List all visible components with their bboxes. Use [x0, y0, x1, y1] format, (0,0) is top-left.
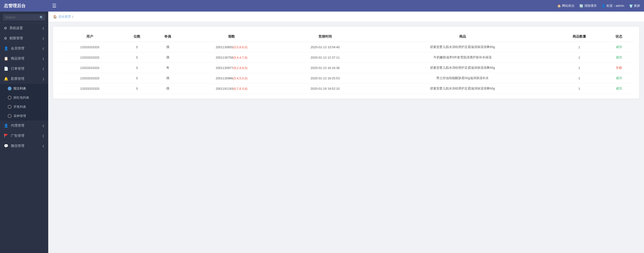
bet-table: 用户 位数 奇偶 期数 竞猜时间 商品 商品数量 状态 13333333333 … — [58, 32, 634, 94]
cell-digits: 5 — [122, 84, 152, 94]
sidebar-item-system[interactable]: ⚙ 系统设置 ❮ — [0, 23, 48, 33]
top-header: 总管理后台 ☰ 🏠 网站前台 🔄 清除缓存 👤 欢迎：admin 👕 换肤 — [0, 0, 644, 12]
cell-period: 2001130655(0,5,8,6,0) — [183, 42, 280, 52]
col-header-product: 商品 — [370, 32, 555, 42]
col-header-odd-even: 奇偶 — [152, 32, 183, 42]
inactive-dot-1 — [8, 96, 12, 100]
sidebar-item-wechat[interactable]: 💬 微信管理 ❮ — [0, 141, 48, 151]
sidebar-item-red-packet[interactable]: 拆红包列表 — [0, 93, 48, 102]
sidebar-item-orders[interactable]: 📄 订单管理 ❮ — [0, 64, 48, 74]
sidebar-item-draw-list[interactable]: 开奖列表 — [0, 102, 48, 112]
chevron-right-icon-6: ❮ — [42, 124, 44, 127]
cell-status: 成功 — [604, 52, 634, 63]
active-dot — [8, 86, 12, 90]
product-icon: 📋 — [4, 56, 8, 61]
cell-user: 13333333333 — [58, 73, 122, 84]
permissions-icon: ⚙ — [4, 36, 7, 40]
sidebar-item-agents[interactable]: 👤 代理管理 ❮ — [0, 120, 48, 131]
chevron-right-icon-4: ❮ — [42, 57, 44, 60]
col-header-status: 状态 — [604, 32, 634, 42]
cell-digits: 5 — [122, 73, 152, 84]
sidebar-item-seed-mgmt[interactable]: 采种管理 — [0, 112, 48, 120]
table-card: 用户 位数 奇偶 期数 竞猜时间 商品 商品数量 状态 13333333333 … — [53, 27, 639, 99]
search-icon: 🔍 — [40, 16, 44, 19]
link-clear-cache[interactable]: 🔄 清除缓存 — [579, 4, 597, 8]
table-row: 13333333333 5 偶 2001130655(0,5,8,6,0) 20… — [58, 42, 634, 52]
cell-user: 13333333333 — [58, 42, 122, 52]
inactive-dot-2 — [8, 105, 12, 109]
sidebar-item-lottery[interactable]: 🔔 彩票管理 ❯ — [0, 74, 48, 84]
sidebar-item-products[interactable]: 📋 商品管理 ❮ — [0, 54, 48, 64]
wechat-icon: 💬 — [4, 144, 8, 148]
cell-odd-even: 偶 — [152, 42, 183, 52]
chevron-down-icon: ❯ — [42, 78, 44, 80]
col-header-time: 竞猜时间 — [280, 32, 370, 42]
chevron-right-icon-2: ❮ — [42, 37, 44, 40]
cell-status: 成功 — [604, 73, 634, 84]
hamburger-button[interactable]: ☰ — [52, 3, 557, 9]
cell-period: 2001191193(6,7,8,3,8) — [183, 84, 280, 94]
member-icon: 👤 — [4, 46, 8, 51]
sidebar-item-members[interactable]: 👤 会员管理 ❮ — [0, 44, 48, 54]
lottery-icon: 🔔 — [4, 77, 8, 81]
cell-product: 碧素堂婴儿肌水润幼滑护足霜滋润保湿清爽60g — [370, 42, 555, 52]
cell-odd-even: 偶 — [152, 73, 183, 84]
table-row: 13333333333 5 偶 2001130986(5,4,5,0,0) 20… — [58, 73, 634, 84]
link-welcome-user[interactable]: 👤 欢迎：admin — [602, 4, 624, 8]
chevron-right-icon-7: ❮ — [42, 134, 44, 138]
content-area: 🏠 后台首页 / 用户 位数 奇偶 期数 竞猜时间 商品 商品数量 — [48, 12, 644, 253]
link-website-front[interactable]: 🏠 网站前台 — [557, 4, 574, 8]
cell-status: 失败 — [604, 63, 634, 73]
cell-user: 13333333333 — [58, 52, 122, 63]
sidebar-item-bet-list[interactable]: 投注列表 — [0, 84, 48, 93]
col-header-digits: 位数 — [122, 32, 152, 42]
cell-time: 2020-01-13 16:25:53 — [280, 73, 370, 84]
inactive-dot-3 — [8, 114, 12, 118]
cell-user: 13333333333 — [58, 84, 122, 94]
sidebar-item-ads[interactable]: 🚩 广告管理 ❮ — [0, 131, 48, 141]
breadcrumb-home-link[interactable]: 后台首页 — [58, 14, 71, 19]
cell-time: 2020-01-13 16:16:36 — [280, 63, 370, 73]
cell-period: 2001130986(5,4,5,0,0) — [183, 73, 280, 84]
cell-status: 成功 — [604, 42, 634, 52]
cell-time: 2020-01-13 12:37:11 — [280, 52, 370, 63]
sidebar: 🔍 ⚙ 系统设置 ❮ ⚙ 权限管理 ❮ 👤 会员管理 ❮ 📋 商品管理 ❮ 📄 … — [0, 12, 48, 253]
cell-period: 2001130758(9,4,4,7,8) — [183, 52, 280, 63]
link-skin[interactable]: 👕 换肤 — [629, 4, 640, 8]
cell-qty: 1 — [555, 42, 604, 52]
breadcrumb: 🏠 后台首页 / — [48, 12, 644, 22]
header-right-links: 🏠 网站前台 🔄 清除缓存 👤 欢迎：admin 👕 换肤 — [557, 4, 640, 8]
chevron-right-icon-5: ❮ — [42, 67, 44, 70]
cell-digits: 5 — [122, 63, 152, 73]
table-row: 13333333333 5 偶 2001130758(9,4,4,7,8) 20… — [58, 52, 634, 63]
col-header-qty: 商品数量 — [555, 32, 604, 42]
col-header-user: 用户 — [58, 32, 122, 42]
chevron-right-icon-3: ❮ — [42, 47, 44, 50]
cell-digits: 5 — [122, 52, 152, 63]
cell-status: 成功 — [604, 84, 634, 94]
table-row: 13333333333 5 奇 2001130977(8,2,9,8,0) 20… — [58, 63, 634, 73]
cell-product: 碧素堂婴儿肌水润幼滑护足霜滋润保湿清爽60g — [370, 63, 555, 73]
order-icon: 📄 — [4, 66, 8, 71]
cell-product: 碧素堂婴儿肌水润幼滑护足霜滋润保湿清爽60g — [370, 84, 555, 94]
main-layout: 🔍 ⚙ 系统设置 ❮ ⚙ 权限管理 ❮ 👤 会员管理 ❮ 📋 商品管理 ❮ 📄 … — [0, 12, 644, 253]
cell-qty: 1 — [555, 73, 604, 84]
user-icon: 👤 — [602, 4, 606, 8]
cell-product: 男士控油劲能醒肤霜50g滋润保湿补水 — [370, 73, 555, 84]
cell-period: 2001130977(8,2,9,8,0) — [183, 63, 280, 73]
agent-icon: 👤 — [4, 124, 8, 128]
sidebar-search-container: 🔍 — [0, 12, 48, 23]
main-content: 用户 位数 奇偶 期数 竞猜时间 商品 商品数量 状态 13333333333 … — [48, 22, 644, 253]
cell-odd-even: 奇 — [152, 63, 183, 73]
cell-qty: 1 — [555, 63, 604, 73]
sidebar-item-permissions[interactable]: ⚙ 权限管理 ❮ — [0, 33, 48, 44]
cell-qty: 1 — [555, 52, 604, 63]
cell-qty: 1 — [555, 84, 604, 94]
cell-user: 13333333333 — [58, 63, 122, 73]
refresh-icon: 🔄 — [579, 4, 583, 8]
gear-icon: ⚙ — [4, 26, 7, 30]
cell-odd-even: 偶 — [152, 84, 183, 94]
cell-product: 牛奶嫩肤滋养5件套雪肌清透护肤补水保湿 — [370, 52, 555, 63]
cell-time: 2020-01-13 10:54:40 — [280, 42, 370, 52]
search-input[interactable] — [3, 14, 45, 20]
